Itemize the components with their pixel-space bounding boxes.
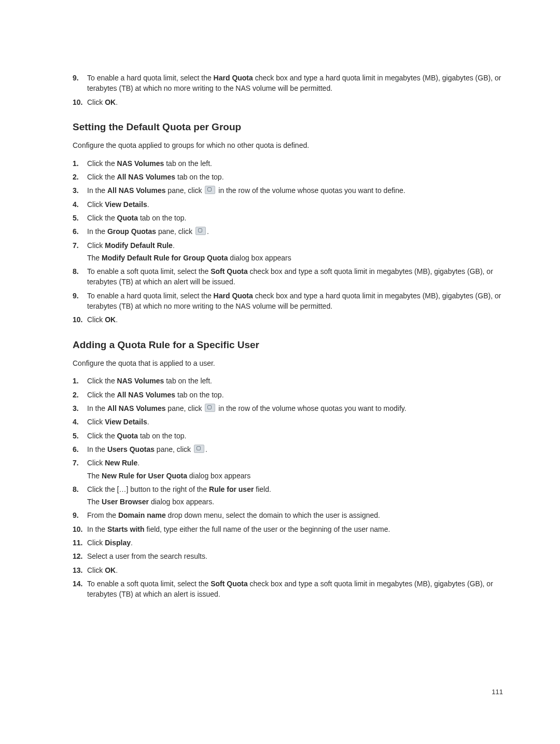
bold-term: OK bbox=[105, 98, 116, 106]
step-text: Click View Details. bbox=[87, 418, 149, 426]
text-segment: field, type either the full name of the … bbox=[145, 525, 390, 533]
bold-term: New Rule bbox=[105, 459, 137, 467]
bold-term: Hard Quota bbox=[214, 74, 253, 82]
text-segment: Click bbox=[87, 241, 105, 250]
text-segment: Click the bbox=[87, 173, 117, 181]
step-item: 7.Click Modify Default Rule.The Modify D… bbox=[73, 240, 503, 264]
step-item: 12.Select a user from the search results… bbox=[73, 551, 503, 561]
step-text: Click the […] button to the right of the… bbox=[87, 485, 271, 493]
step-text: To enable a soft quota limit, select the… bbox=[87, 580, 493, 598]
bold-term: All NAS Volumes bbox=[117, 173, 176, 181]
bold-term: Soft Quota bbox=[211, 267, 248, 275]
step-text: Click OK. bbox=[87, 315, 118, 324]
step-number: 5. bbox=[73, 213, 79, 223]
step-text: Click the Quota tab on the top. bbox=[87, 432, 186, 440]
step-item: 8.To enable a soft quota limit, select t… bbox=[73, 266, 503, 287]
step-item: 6.In the Group Quotas pane, click . bbox=[73, 226, 503, 237]
bold-term: Modify Default Rule bbox=[105, 241, 173, 250]
step-text: In the All NAS Volumes pane, click in th… bbox=[87, 404, 407, 412]
step-item: 4.Click View Details. bbox=[73, 417, 503, 427]
step-number: 10. bbox=[73, 97, 82, 107]
text-segment: pane, click bbox=[155, 445, 193, 453]
step-text: In the Group Quotas pane, click . bbox=[87, 227, 209, 236]
page-number: 111 bbox=[492, 687, 503, 697]
step-text: Click OK. bbox=[87, 98, 118, 106]
text-segment: . bbox=[205, 445, 207, 453]
step-text: In the Starts with field, type either th… bbox=[87, 525, 390, 533]
step-text: Select a user from the search results. bbox=[87, 552, 207, 560]
step-item: 13.Click OK. bbox=[73, 565, 503, 575]
text-segment: . bbox=[116, 315, 118, 324]
step-item: 10.In the Starts with field, type either… bbox=[73, 524, 503, 534]
text-segment: To enable a soft quota limit, select the bbox=[87, 267, 211, 275]
bold-term: Hard Quota bbox=[214, 292, 253, 300]
text-segment: tab on the top. bbox=[138, 432, 186, 440]
bold-term: Group Quotas bbox=[107, 227, 156, 236]
text-segment: . bbox=[173, 241, 175, 250]
step-text: Click the Quota tab on the top. bbox=[87, 214, 186, 222]
step-item: 3.In the All NAS Volumes pane, click in … bbox=[73, 185, 503, 196]
bold-term: User Browser bbox=[102, 498, 149, 506]
bold-term: Quota bbox=[117, 214, 138, 222]
text-segment: pane, click bbox=[156, 227, 194, 236]
bold-term: NAS Volumes bbox=[117, 377, 164, 385]
step-item: 8.Click the […] button to the right of t… bbox=[73, 484, 503, 507]
step-number: 10. bbox=[73, 314, 82, 325]
step-item: 2.Click the All NAS Volumes tab on the t… bbox=[73, 390, 503, 400]
step-number: 9. bbox=[73, 510, 79, 520]
text-segment: Click the bbox=[87, 432, 117, 440]
text-segment: drop down menu, select the domain to whi… bbox=[166, 511, 380, 519]
step-number: 7. bbox=[73, 240, 79, 251]
bold-term: Rule for user bbox=[209, 485, 254, 493]
gear-icon bbox=[205, 404, 215, 412]
step-text: Click the NAS Volumes tab on the left. bbox=[87, 159, 212, 168]
bold-term: All NAS Volumes bbox=[107, 186, 166, 195]
step-item: 9. To enable a hard quota limit, select … bbox=[73, 73, 503, 94]
step-number: 9. bbox=[73, 291, 79, 301]
step-item: 7.Click New Rule.The New Rule for User Q… bbox=[73, 458, 503, 481]
step-number: 13. bbox=[73, 565, 82, 575]
step-number: 1. bbox=[73, 158, 79, 169]
step-number: 3. bbox=[73, 403, 79, 414]
text-segment: dialog box appears. bbox=[149, 498, 214, 506]
bold-term: OK bbox=[105, 315, 116, 324]
text-segment: Click bbox=[87, 566, 105, 574]
text-segment: Click the bbox=[87, 214, 117, 222]
text-segment: From the bbox=[87, 511, 118, 519]
step-list-user-quota: 1.Click the NAS Volumes tab on the left.… bbox=[73, 376, 503, 599]
text-segment: dialog box appears bbox=[187, 472, 250, 480]
bold-term: View Details bbox=[105, 200, 147, 209]
step-item: 1.Click the NAS Volumes tab on the left. bbox=[73, 158, 503, 169]
text-segment: tab on the left. bbox=[164, 159, 212, 168]
text-segment: dialog box appears bbox=[228, 254, 291, 262]
bold-term: New Rule for User Quota bbox=[102, 472, 187, 480]
step-number: 8. bbox=[73, 266, 79, 277]
text-segment: Click bbox=[87, 459, 105, 467]
text-segment: tab on the left. bbox=[164, 377, 212, 385]
bold-term: Users Quotas bbox=[107, 445, 155, 453]
gear-icon bbox=[205, 186, 215, 194]
step-number: 11. bbox=[73, 538, 82, 548]
text-segment: In the bbox=[87, 404, 107, 412]
step-number: 7. bbox=[73, 458, 79, 468]
document-page: 9. To enable a hard quota limit, select … bbox=[0, 0, 560, 744]
step-text: Click New Rule. bbox=[87, 459, 139, 467]
step-text: To enable a hard quota limit, select the… bbox=[87, 292, 501, 310]
step-text: To enable a soft quota limit, select the… bbox=[87, 267, 493, 286]
text-segment: Click bbox=[87, 200, 105, 209]
step-item: 5.Click the Quota tab on the top. bbox=[73, 431, 503, 441]
step-item: 6.In the Users Quotas pane, click . bbox=[73, 444, 503, 454]
text-segment: field. bbox=[254, 485, 271, 493]
text-segment: Click the bbox=[87, 391, 117, 399]
step-number: 2. bbox=[73, 172, 79, 182]
text-segment: . bbox=[137, 459, 139, 467]
step-subtext: The User Browser dialog box appears. bbox=[87, 497, 503, 507]
step-subtext: The Modify Default Rule for Group Quota … bbox=[87, 253, 503, 263]
text-segment: tab on the top. bbox=[175, 391, 223, 399]
text-segment: in the row of the volume whose quotas yo… bbox=[216, 186, 405, 195]
text-segment: In the bbox=[87, 445, 107, 453]
step-item: 5.Click the Quota tab on the top. bbox=[73, 213, 503, 223]
bold-term: Quota bbox=[117, 432, 138, 440]
step-text: From the Domain name drop down menu, sel… bbox=[87, 511, 380, 519]
step-text: In the All NAS Volumes pane, click in th… bbox=[87, 186, 405, 195]
